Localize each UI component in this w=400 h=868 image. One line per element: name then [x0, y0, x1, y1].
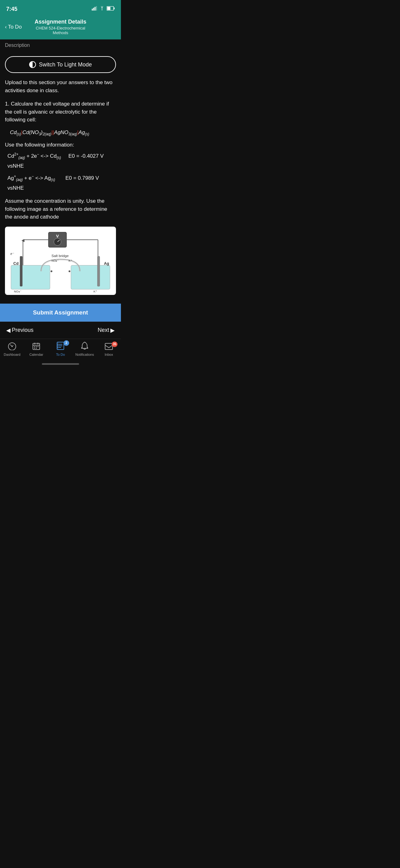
prev-next-bar: ◀ Previous Next ▶	[0, 321, 121, 339]
next-label: Next	[98, 327, 109, 333]
equation1: Cd2+(aq) + 2e− <-> Cd(s) E0 = -0.4027 V …	[7, 151, 116, 171]
svg-point-4	[102, 10, 102, 10]
half-circle-icon	[29, 61, 36, 68]
header-center: Assignment Details CHEM 524-Electrochemi…	[30, 19, 91, 35]
svg-text:Cd: Cd	[13, 261, 19, 266]
svg-text:Ag: Ag	[104, 261, 109, 266]
svg-rect-0	[92, 9, 93, 10]
description-label: Description	[0, 39, 121, 50]
wifi-icon	[99, 6, 105, 12]
status-time: 7:45	[6, 6, 18, 12]
signal-icon	[92, 6, 97, 12]
svg-rect-3	[96, 6, 97, 10]
svg-rect-22	[20, 256, 22, 286]
tab-bar: Dashboard Calendar 2	[0, 339, 121, 362]
svg-rect-2	[95, 7, 96, 10]
tab-calendar-label: Calendar	[29, 353, 43, 356]
electrochemical-diagram: V − + e⁻ Cd Ag	[5, 227, 116, 295]
question1-intro: 1. Calculare the cell voltage and determ…	[5, 100, 116, 124]
intro-text: Upload to this section your answers to t…	[5, 79, 116, 94]
equation2: Ag+(aq) + e− <-> Ag(s) E0 = 0.7989 V vsN…	[7, 173, 116, 193]
svg-text:Salt bridge: Salt bridge	[52, 254, 69, 258]
svg-text:−: −	[46, 235, 49, 239]
prev-label: Previous	[12, 327, 33, 333]
svg-rect-39	[34, 346, 35, 347]
tab-todo[interactable]: 2 To Do	[51, 341, 70, 356]
submit-assignment-button[interactable]: Submit Assignment	[0, 304, 121, 321]
svg-text:K⁺: K⁺	[93, 289, 97, 293]
todo-badge: 2	[64, 340, 69, 346]
svg-rect-25	[97, 256, 100, 286]
svg-rect-6	[107, 7, 110, 10]
tab-inbox-label: Inbox	[105, 353, 113, 356]
tab-dashboard[interactable]: Dashboard	[3, 342, 22, 356]
dashboard-icon	[8, 342, 16, 351]
svg-point-32	[51, 270, 53, 272]
tab-inbox[interactable]: 35 Inbox	[100, 343, 118, 356]
svg-text:V: V	[56, 234, 59, 239]
header-subtitle: CHEM 524-Electrochemical Methods	[30, 26, 91, 35]
status-bar: 7:45	[0, 0, 121, 16]
svg-rect-42	[34, 348, 35, 349]
svg-rect-40	[36, 346, 37, 347]
notifications-icon	[81, 341, 88, 351]
svg-rect-1	[93, 8, 94, 10]
svg-rect-7	[114, 7, 115, 9]
formula-cd-s: s	[18, 132, 20, 136]
back-button[interactable]: ‹ To Do	[5, 24, 30, 30]
back-label: To Do	[8, 24, 22, 30]
next-button[interactable]: Next ▶	[98, 327, 115, 334]
home-indicator	[0, 362, 121, 367]
svg-rect-24	[71, 265, 110, 289]
svg-point-33	[69, 270, 70, 272]
battery-icon	[107, 6, 115, 12]
light-mode-label: Switch To Light Mode	[39, 61, 92, 68]
svg-text:e⁻: e⁻	[10, 252, 14, 255]
tab-notifications[interactable]: Notifications	[75, 341, 94, 356]
svg-text:NO₃⁻: NO₃⁻	[14, 289, 21, 293]
light-mode-button[interactable]: Switch To Light Mode	[5, 56, 116, 73]
svg-rect-43	[36, 348, 37, 349]
inbox-badge: 35	[112, 341, 118, 347]
svg-rect-21	[11, 265, 50, 289]
prev-chevron-icon: ◀	[6, 327, 10, 334]
header-title: Assignment Details	[30, 19, 91, 25]
back-chevron-icon: ‹	[5, 24, 7, 30]
svg-text:NO₃⁻: NO₃⁻	[52, 259, 59, 262]
tab-calendar[interactable]: Calendar	[27, 342, 45, 356]
next-chevron-icon: ▶	[110, 327, 115, 334]
previous-button[interactable]: ◀ Previous	[6, 327, 33, 334]
calendar-icon	[32, 342, 40, 351]
info-header: Use the following information:	[5, 142, 116, 148]
svg-text:+: +	[69, 235, 71, 239]
tab-notifications-label: Notifications	[75, 353, 94, 356]
tab-todo-label: To Do	[56, 353, 65, 356]
status-icons	[92, 6, 115, 12]
tab-dashboard-label: Dashboard	[4, 353, 21, 356]
svg-text:K⁺: K⁺	[69, 259, 72, 262]
header: ‹ To Do Assignment Details CHEM 524-Elec…	[0, 16, 121, 39]
main-content: Switch To Light Mode Upload to this sect…	[0, 50, 121, 304]
cell-formula: Cd(s)|Cd(NO3)2(aq)||AgNO3(aq)|Ag(s)	[10, 129, 116, 136]
concentration-note: Assume the concentration is unity. Use t…	[5, 197, 116, 221]
svg-rect-41	[37, 346, 38, 347]
home-bar	[42, 363, 79, 365]
